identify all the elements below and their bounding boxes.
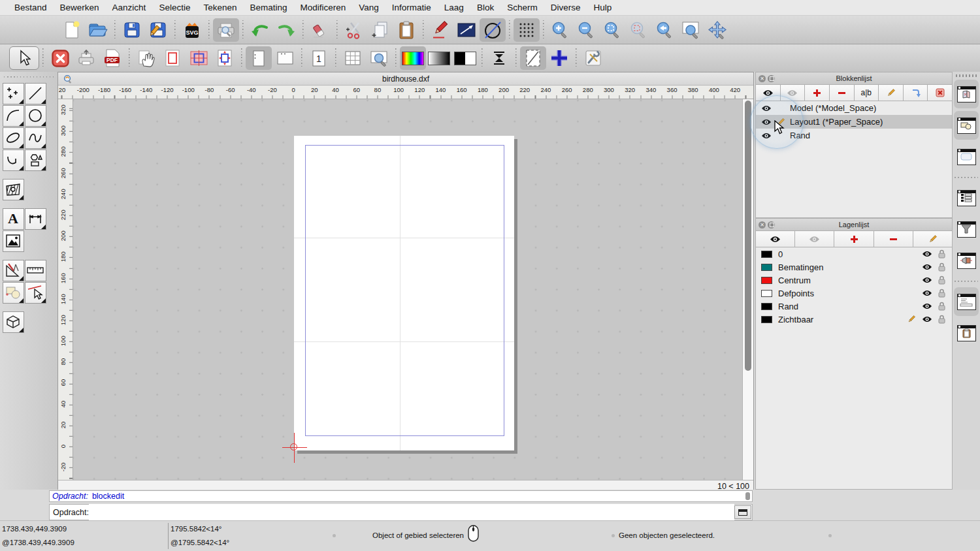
grid-toggle-button[interactable] xyxy=(514,18,540,42)
menu-item[interactable]: Diverse xyxy=(544,3,587,12)
layer-visibility-eye-icon[interactable] xyxy=(922,251,932,257)
layer-lock-icon[interactable] xyxy=(938,276,945,285)
measure-distance-button[interactable] xyxy=(453,18,480,42)
polyline-tools-button[interactable] xyxy=(3,150,24,171)
print-preview-button[interactable] xyxy=(213,18,239,42)
command-input[interactable] xyxy=(89,504,734,520)
page-portrait-button[interactable] xyxy=(246,46,272,70)
arc-tools-button[interactable] xyxy=(3,105,24,127)
delete-eraser-button[interactable] xyxy=(307,18,333,42)
circle-tools-button[interactable] xyxy=(25,105,46,127)
pdf-export-button[interactable]: PDF xyxy=(99,46,125,70)
layer-visibility-eye-icon[interactable] xyxy=(922,316,932,323)
menu-item[interactable]: Tekenen xyxy=(197,3,243,12)
previous-view-button[interactable] xyxy=(652,18,678,42)
ellipse-tools-button[interactable] xyxy=(3,127,24,149)
copy-button[interactable] xyxy=(367,18,393,42)
hide-all-layers-button[interactable] xyxy=(795,231,834,247)
layer-color-swatch[interactable] xyxy=(761,264,772,271)
layer-list-row[interactable]: Centrum xyxy=(756,274,952,287)
line-tools-button[interactable] xyxy=(25,83,46,104)
layer-color-swatch[interactable] xyxy=(761,303,772,310)
dock-drag-handle[interactable] xyxy=(956,74,977,77)
layer-color-swatch[interactable] xyxy=(761,290,772,297)
menu-item[interactable]: Scherm xyxy=(500,3,544,12)
single-page-button[interactable]: 1 xyxy=(306,46,332,70)
menu-item[interactable]: Hulp xyxy=(587,3,618,12)
full-color-button[interactable] xyxy=(400,46,426,70)
menu-item[interactable]: Aanzicht xyxy=(106,3,153,12)
hatch-tool-button[interactable] xyxy=(3,179,24,200)
zoom-out-button[interactable] xyxy=(574,18,600,42)
spline-tools-button[interactable] xyxy=(25,127,46,149)
print-area-button[interactable] xyxy=(186,46,212,70)
measure-tool-button[interactable] xyxy=(25,260,46,281)
zoom-window-button[interactable] xyxy=(678,18,704,42)
layer-color-swatch[interactable] xyxy=(761,251,772,258)
layer-color-swatch[interactable] xyxy=(761,316,772,323)
menu-item[interactable]: Informatie xyxy=(385,3,438,12)
pan-hand-button[interactable] xyxy=(133,46,159,70)
layer-lock-icon[interactable] xyxy=(938,315,945,324)
close-panel-icon[interactable]: ✕ xyxy=(759,221,766,228)
layer-list-row[interactable]: Defpoints xyxy=(756,287,952,300)
show-all-layers-button[interactable] xyxy=(756,231,795,247)
undo-button[interactable] xyxy=(247,18,273,42)
cut-button[interactable] xyxy=(341,18,367,42)
grayscale-button[interactable] xyxy=(426,46,452,70)
dock-clipboard-button[interactable] xyxy=(954,319,979,347)
add-layer-button[interactable] xyxy=(834,231,874,247)
page-landscape-button[interactable] xyxy=(272,46,298,70)
remove-layer-button[interactable] xyxy=(874,231,913,247)
new-file-button[interactable] xyxy=(59,18,85,42)
drawing-window-titlebar[interactable]: birdhouse.dxf xyxy=(58,72,753,86)
purge-block-button[interactable] xyxy=(928,85,952,101)
menu-item[interactable]: Laag xyxy=(438,3,470,12)
add-block-button[interactable] xyxy=(805,85,830,101)
point-tools-button[interactable] xyxy=(3,83,24,104)
block-list-row[interactable]: Rand xyxy=(756,129,952,142)
float-panel-icon[interactable] xyxy=(768,221,775,228)
show-all-blocks-button[interactable] xyxy=(756,85,781,101)
block-visibility-eye-icon[interactable] xyxy=(761,119,772,125)
text-tool-button[interactable] xyxy=(3,208,24,230)
drawing-preferences-button[interactable] xyxy=(580,46,606,70)
dock-empty-widget-button[interactable] xyxy=(954,142,979,171)
dock-library-browser-button[interactable] xyxy=(954,246,979,275)
pan-button[interactable] xyxy=(704,18,730,42)
remove-block-button[interactable] xyxy=(830,85,855,101)
show-paper-borders-button[interactable] xyxy=(159,46,186,70)
menu-item[interactable]: Selectie xyxy=(152,3,197,12)
command-history-scrollbar-thumb[interactable] xyxy=(745,492,750,500)
save-button[interactable] xyxy=(119,18,145,42)
rename-block-button[interactable]: a|b xyxy=(855,85,879,101)
toggle-command-window-button[interactable] xyxy=(734,505,751,519)
close-panel-icon[interactable]: ✕ xyxy=(759,75,766,82)
dock-layer-list-button[interactable] xyxy=(954,183,979,212)
layer-list-row[interactable]: Rand xyxy=(756,300,952,313)
layer-visibility-eye-icon[interactable] xyxy=(922,303,932,309)
black-white-button[interactable] xyxy=(452,46,478,70)
menu-item[interactable]: Vang xyxy=(352,3,385,12)
close-button[interactable] xyxy=(47,46,73,70)
block-list-row[interactable]: Layout1 (*Paper_Space) xyxy=(756,115,952,129)
paste-button[interactable] xyxy=(393,18,419,42)
zoom-page-button[interactable] xyxy=(366,46,392,70)
vertical-scrollbar[interactable] xyxy=(742,99,753,480)
dock-selection-filter-button[interactable] xyxy=(954,111,979,140)
open-file-button[interactable] xyxy=(85,18,111,42)
vertical-scrollbar-thumb[interactable] xyxy=(745,101,751,371)
layer-visibility-eye-icon[interactable] xyxy=(922,277,932,283)
zoom-in-button[interactable] xyxy=(547,18,574,42)
select-tools-button[interactable] xyxy=(25,282,46,304)
solid-tools-button[interactable] xyxy=(3,311,24,333)
image-tool-button[interactable] xyxy=(3,230,24,252)
zoom-selection-button[interactable] xyxy=(626,18,652,42)
dock-block-list-button[interactable] xyxy=(954,80,979,108)
layer-visibility-eye-icon[interactable] xyxy=(922,290,932,296)
crosshair-button[interactable] xyxy=(546,46,572,70)
edit-layer-button[interactable] xyxy=(913,231,952,247)
shape-tools-button[interactable] xyxy=(25,150,46,171)
redo-button[interactable] xyxy=(273,18,299,42)
layer-list-row[interactable]: 0 xyxy=(756,247,952,260)
